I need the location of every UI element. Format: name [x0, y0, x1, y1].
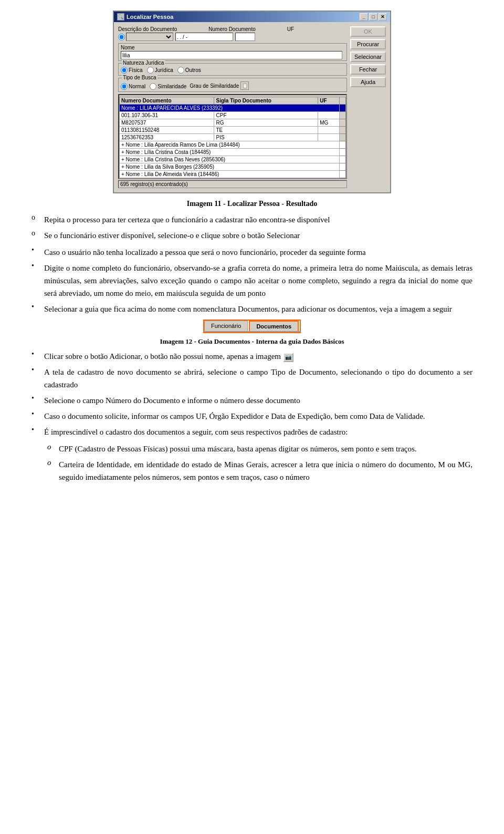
window-icon: 🔍: [117, 13, 124, 20]
tab-documentos[interactable]: Documentos: [249, 321, 299, 331]
more-dot-6: •: [32, 410, 40, 423]
status-bar: 695 registro(s) encontrado(s): [118, 180, 347, 188]
radio-normal-item: Normal: [121, 83, 145, 90]
form-area: Descrição do Documento Numero Documento …: [118, 26, 347, 188]
table-cell-name: + Nome : Lilia da Silva Borges (235905): [120, 163, 340, 171]
tabs-image: Funcionário Documentos: [32, 320, 472, 333]
desc-doc-label: Descrição do Documento Numero Documento …: [118, 26, 347, 32]
uf-input[interactable]: [235, 33, 255, 41]
table-row[interactable]: 12536762353PIS: [120, 134, 346, 141]
scroll-col: [340, 156, 346, 163]
more-dot-5: •: [32, 394, 40, 407]
sub-text-1: Carteira de Identidade, em identidade do…: [59, 458, 472, 483]
scroll-col: [340, 149, 346, 156]
scroll-col: [340, 112, 346, 119]
radio-juridica[interactable]: [147, 67, 154, 74]
grau-icon[interactable]: 📋: [240, 81, 249, 90]
table-cell-name: 001.107.306-31: [120, 112, 214, 119]
sub-marker-0: o: [47, 442, 55, 455]
table-row[interactable]: + Nome : Lilia De Almeida Vieira (184486…: [120, 171, 346, 178]
table-row[interactable]: + Nome : Lilia Aparecida Ramos De Lima (…: [120, 141, 346, 149]
table-cell-name: + Nome : Lilia Cristina Das Neves (28563…: [120, 156, 340, 163]
radio-fisica[interactable]: [121, 67, 128, 74]
table-cell-sigla: TE: [214, 127, 318, 134]
table-cell-name: + Nome : Lilia Aparecida Ramos De Lima (…: [120, 141, 340, 149]
screenshot-container: 🔍 Localizar Pessoa _ □ ✕ Descrição do Do…: [32, 11, 472, 193]
num-doc-input[interactable]: . . / -: [175, 33, 233, 41]
table-row[interactable]: + Nome : Lilia da Silva Borges (235905): [120, 163, 346, 171]
tabs-sim[interactable]: Funcionário Documentos: [204, 321, 300, 332]
radio-normal[interactable]: [121, 83, 128, 90]
main-bullet-text-1: Digite o nome completo do funcionário, o…: [44, 262, 472, 300]
ajuda-button[interactable]: Ajuda: [350, 77, 386, 87]
table-row[interactable]: M8207537RGMG: [120, 119, 346, 127]
radio-outros[interactable]: [177, 67, 184, 74]
results-table-wrapper: Numero Documento Sigla Tipo Documento UF…: [118, 94, 347, 179]
minimize-button[interactable]: _: [360, 13, 368, 20]
scroll-col: [340, 163, 346, 171]
scroll-col: [340, 134, 346, 141]
selecionar-button[interactable]: Selecionar: [350, 52, 386, 62]
table-cell-sigla: RG: [214, 119, 318, 127]
add-icon: 📷: [283, 353, 293, 362]
caption-img11: Imagem 11 - Localizar Pessoa - Resultado: [32, 200, 472, 208]
bullet-text-2: Se o funcionário estiver disponível, sel…: [44, 229, 472, 242]
ok-button[interactable]: OK: [350, 26, 386, 37]
table-cell-name: + Nome : Lília Cristina Costa (184485): [120, 149, 340, 156]
more-dot-3: •: [32, 350, 40, 363]
table-cell-uf: [318, 134, 340, 141]
fechar-button[interactable]: Fechar: [350, 64, 386, 75]
close-button[interactable]: ✕: [379, 13, 387, 20]
table-row[interactable]: + Nome : Lília Cristina Costa (184485): [120, 149, 346, 156]
table-row[interactable]: 0113081150248TE: [120, 127, 346, 134]
table-cell-name: 0113081150248: [120, 127, 214, 134]
radio-desc-doc[interactable]: [118, 34, 125, 40]
procurar-button[interactable]: Procurar: [350, 39, 386, 49]
maximize-button[interactable]: □: [369, 13, 377, 20]
scroll-col: [340, 171, 346, 178]
screenshot-body: Descrição do Documento Numero Documento …: [114, 22, 390, 192]
main-bullets: • Caso o usuário não tenha localizado a …: [32, 246, 472, 315]
more-text-5: Selecione o campo Número do Documento e …: [44, 394, 472, 407]
busca-title: Tipo de Busca: [122, 75, 158, 80]
sub-bullet-1: o Carteira de Identidade, em identidade …: [47, 458, 472, 483]
results-table: Numero Documento Sigla Tipo Documento UF…: [119, 97, 346, 178]
tabs-highlight: Funcionário Documentos: [203, 320, 301, 333]
radio-juridica-item: Jurídica: [147, 67, 173, 74]
nome-input[interactable]: [121, 51, 342, 59]
busca-group: Tipo de Busca Normal Similaridade: [118, 78, 347, 92]
table-row[interactable]: 001.107.306-31CPF: [120, 112, 346, 119]
scroll-col: [340, 119, 346, 127]
col-uf: UF: [318, 97, 340, 105]
bullet-dot-0: •: [32, 246, 40, 259]
tab-funcionario[interactable]: Funcionário: [204, 321, 248, 331]
table-row[interactable]: Nome : LILIA APARECIDA ALVES (233392): [120, 105, 346, 112]
radio-similaridade[interactable]: [150, 83, 156, 90]
natureza-radios: Física Jurídica Outros: [121, 67, 344, 74]
natureza-title: Natureza Jurídica: [122, 60, 165, 66]
sub-text-0: CPF (Cadastro de Pessoas Físicas) possui…: [59, 442, 472, 455]
bullet-text-1: Repita o processo para ter certeza que o…: [44, 213, 472, 226]
nome-group: Nome: [118, 43, 347, 61]
titlebar-buttons[interactable]: _ □ ✕: [360, 13, 387, 20]
col-sigla: Sigla Tipo Documento: [214, 97, 318, 105]
bullet-dot-2: •: [32, 303, 40, 315]
table-body: Nome : LILIA APARECIDA ALVES (233392)001…: [120, 105, 346, 178]
titlebar-left: 🔍 Localizar Pessoa: [117, 13, 173, 20]
more-bullet-6: • Caso o documento solicite, informar os…: [32, 410, 472, 423]
table-cell-name: M8207537: [120, 119, 214, 127]
main-bullet-text-0: Caso o usuário não tenha localizado a pe…: [44, 246, 472, 259]
bullet-item-1: o Repita o processo para ter certeza que…: [32, 213, 472, 226]
table-row[interactable]: + Nome : Lilia Cristina Das Neves (28563…: [120, 156, 346, 163]
main-bullet-0: • Caso o usuário não tenha localizado a …: [32, 246, 472, 259]
main-bullet-1: • Digite o nome completo do funcionário,…: [32, 262, 472, 300]
buttons-area: OK Procurar Selecionar Fechar Ajuda: [350, 26, 386, 188]
bullet-marker-1: o: [32, 213, 40, 226]
scroll-col: [340, 105, 346, 112]
table-cell-sigla: CPF: [214, 112, 318, 119]
desc-doc-select[interactable]: [126, 33, 173, 41]
table-cell-uf: [318, 127, 340, 134]
natureza-group: Natureza Jurídica Física Jurídica: [118, 63, 347, 76]
scroll-col-header: [340, 97, 346, 105]
scroll-col: [340, 141, 346, 149]
